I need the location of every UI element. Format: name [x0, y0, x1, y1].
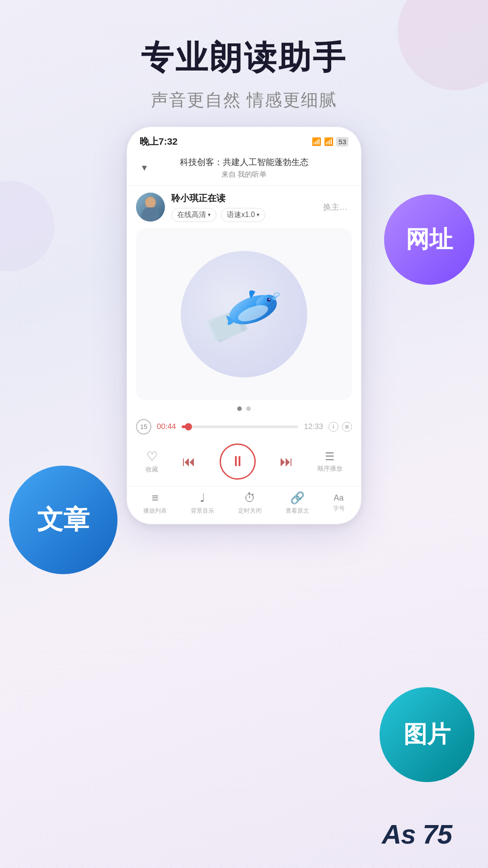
bubble-wenzhang[interactable]: 文章	[9, 466, 117, 574]
status-time: 晚上7:32	[140, 135, 178, 148]
playlist-icon: ≡	[143, 491, 167, 505]
bottom-label: As 75	[382, 819, 452, 850]
phone-mockup: 晚上7:32 📶 📶 53 ▾ 科技创客：共建人工智能蓬勃生态 来自 我的听单	[127, 127, 361, 524]
music-button[interactable]: ♩ 背景音乐	[191, 491, 214, 515]
font-icon: Aa	[333, 493, 345, 503]
change-host-button[interactable]: 换主…	[319, 202, 352, 212]
bottom-toolbar: ≡ 播放列表 ♩ 背景音乐 ⏱ 定时关闭 🔗 查看原文 Aa 字号	[127, 486, 361, 524]
view-text-button[interactable]: 🔗 查看原文	[286, 491, 309, 515]
signal-icon2: 📶	[324, 137, 333, 146]
total-time: 12:33	[304, 422, 323, 431]
main-title: 专业朗读助手	[0, 36, 488, 80]
phone-body: 晚上7:32 📶 📶 53 ▾ 科技创客：共建人工智能蓬勃生态 来自 我的听单	[127, 127, 361, 524]
pause-button[interactable]: ⏸	[220, 443, 256, 480]
timer-button[interactable]: 15	[136, 419, 151, 434]
reader-tags: 在线高清 ▾ 语速x1.0 ▾	[171, 208, 312, 222]
quality-arrow-icon: ▾	[208, 212, 211, 218]
reader-info: 聆小琪正在读 在线高清 ▾ 语速x1.0 ▾ 换主…	[127, 186, 361, 228]
pause-icon: ⏸	[230, 453, 245, 470]
status-icons: 📶 📶 53	[312, 137, 348, 146]
svg-point-3	[146, 198, 155, 208]
album-area	[136, 228, 352, 400]
header-section: 专业朗读助手 声音更自然 情感更细腻	[0, 0, 488, 112]
sequence-icon: ☰	[317, 450, 343, 463]
progress-thumb	[185, 423, 192, 430]
nav-title: 科技创客：共建人工智能蓬勃生态 来自 我的听单	[152, 156, 336, 180]
speed-arrow-icon: ▾	[257, 212, 259, 218]
quality-tag[interactable]: 在线高清 ▾	[171, 208, 216, 222]
nav-title-sub: 来自 我的听单	[152, 169, 336, 180]
signal-icon1: 📶	[312, 137, 321, 146]
info-icons: i ≡	[328, 422, 352, 432]
prev-button[interactable]: ⏮	[178, 450, 200, 473]
sequence-button[interactable]: ☰ 顺序播放	[317, 450, 343, 473]
dot-1	[237, 406, 242, 411]
favorite-button[interactable]: ♡ 收藏	[145, 449, 158, 474]
speed-tag[interactable]: 语速x1.0 ▾	[221, 208, 265, 222]
link-icon: 🔗	[286, 491, 309, 505]
nav-bar: ▾ 科技创客：共建人工智能蓬勃生态 来自 我的听单	[127, 152, 361, 186]
nav-title-main: 科技创客：共建人工智能蓬勃生态	[152, 156, 336, 169]
bg-decor-circle-mid	[0, 181, 54, 271]
playlist-button[interactable]: ≡ 播放列表	[143, 491, 167, 515]
svg-point-12	[273, 292, 280, 297]
music-icon: ♩	[191, 491, 214, 505]
battery-icon: 53	[336, 137, 348, 146]
font-size-button[interactable]: Aa 字号	[333, 493, 345, 513]
sub-title: 声音更自然 情感更细腻	[0, 89, 488, 112]
progress-bar[interactable]	[182, 425, 299, 428]
album-circle	[181, 251, 307, 377]
reader-meta: 聆小琪正在读 在线高清 ▾ 语速x1.0 ▾	[171, 192, 312, 222]
dolphin-icon	[199, 278, 289, 350]
reader-name: 聆小琪正在读	[171, 192, 312, 204]
bubble-tupian[interactable]: 图片	[380, 687, 474, 782]
timer-close-button[interactable]: ⏱ 定时关闭	[238, 491, 262, 515]
status-bar: 晚上7:32 📶 📶 53	[127, 127, 361, 152]
heart-icon: ♡	[145, 449, 158, 464]
clock-icon: ⏱	[238, 491, 262, 505]
avatar	[136, 193, 165, 222]
nav-down-icon[interactable]: ▾	[136, 160, 152, 176]
info-icon[interactable]: i	[328, 422, 338, 432]
bubble-wangzhi[interactable]: 网址	[384, 194, 474, 285]
pagination-dots	[127, 400, 361, 417]
current-time: 00:44	[157, 422, 176, 431]
svg-point-10	[269, 298, 270, 300]
next-button[interactable]: ⏭	[275, 450, 298, 473]
playback-controls: ♡ 收藏 ⏮ ⏸ ⏭ ☰ 顺序播放	[127, 439, 361, 486]
progress-area: 15 00:44 12:33 i ≡	[127, 417, 361, 439]
extra-icon[interactable]: ≡	[342, 422, 352, 432]
dot-2	[246, 406, 251, 411]
